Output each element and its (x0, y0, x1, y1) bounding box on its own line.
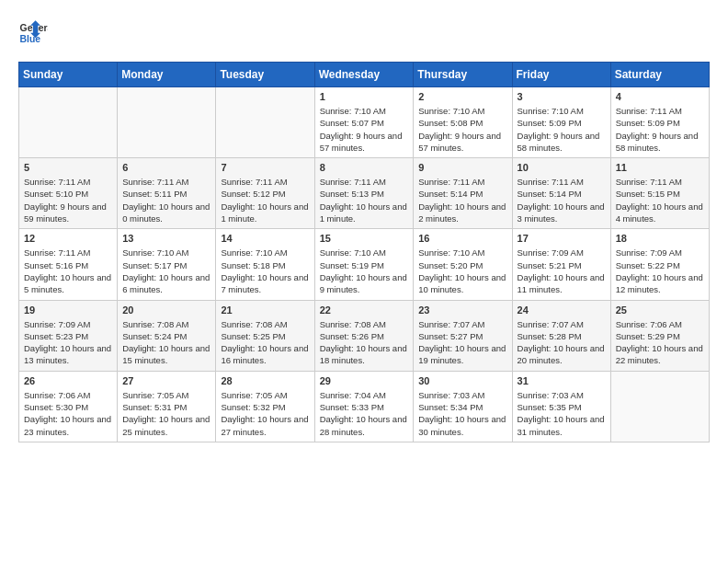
calendar-cell: 26Sunrise: 7:06 AM Sunset: 5:30 PM Dayli… (19, 371, 118, 442)
calendar-cell: 11Sunrise: 7:11 AM Sunset: 5:15 PM Dayli… (610, 158, 709, 229)
day-info: Sunrise: 7:10 AM Sunset: 5:18 PM Dayligh… (221, 247, 309, 295)
calendar-cell (610, 371, 709, 442)
day-info: Sunrise: 7:11 AM Sunset: 5:12 PM Dayligh… (221, 176, 309, 224)
weekday-header-saturday: Saturday (610, 63, 709, 87)
weekday-header-thursday: Thursday (414, 63, 512, 87)
day-info: Sunrise: 7:10 AM Sunset: 5:17 PM Dayligh… (122, 247, 210, 295)
day-number: 12 (24, 233, 112, 244)
day-info: Sunrise: 7:06 AM Sunset: 5:30 PM Dayligh… (24, 389, 112, 438)
page-header: General Blue (18, 18, 710, 48)
weekday-header-friday: Friday (512, 63, 610, 87)
calendar-cell: 13Sunrise: 7:10 AM Sunset: 5:17 PM Dayli… (118, 229, 216, 300)
day-info: Sunrise: 7:09 AM Sunset: 5:21 PM Dayligh… (518, 247, 606, 295)
calendar-cell: 25Sunrise: 7:06 AM Sunset: 5:29 PM Dayli… (610, 300, 709, 371)
day-info: Sunrise: 7:09 AM Sunset: 5:23 PM Dayligh… (24, 318, 112, 367)
calendar-cell: 12Sunrise: 7:11 AM Sunset: 5:16 PM Dayli… (19, 229, 118, 300)
calendar-cell: 21Sunrise: 7:08 AM Sunset: 5:25 PM Dayli… (216, 300, 314, 371)
day-info: Sunrise: 7:09 AM Sunset: 5:22 PM Dayligh… (616, 247, 704, 295)
day-number: 5 (24, 162, 112, 173)
calendar-cell: 15Sunrise: 7:10 AM Sunset: 5:19 PM Dayli… (314, 229, 414, 300)
calendar-cell: 31Sunrise: 7:03 AM Sunset: 5:35 PM Dayli… (512, 371, 610, 442)
day-number: 25 (616, 304, 704, 316)
calendar-cell: 10Sunrise: 7:11 AM Sunset: 5:14 PM Dayli… (512, 158, 610, 229)
day-info: Sunrise: 7:10 AM Sunset: 5:08 PM Dayligh… (418, 105, 506, 154)
day-number: 26 (24, 375, 112, 386)
day-number: 21 (221, 304, 309, 316)
day-number: 23 (418, 304, 506, 316)
calendar-cell: 20Sunrise: 7:08 AM Sunset: 5:24 PM Dayli… (118, 300, 216, 371)
day-number: 31 (518, 375, 606, 386)
weekday-header-wednesday: Wednesday (314, 63, 414, 87)
day-info: Sunrise: 7:05 AM Sunset: 5:32 PM Dayligh… (221, 389, 309, 438)
day-info: Sunrise: 7:08 AM Sunset: 5:26 PM Dayligh… (320, 318, 409, 367)
calendar-cell: 19Sunrise: 7:09 AM Sunset: 5:23 PM Dayli… (19, 300, 118, 371)
day-info: Sunrise: 7:11 AM Sunset: 5:11 PM Dayligh… (122, 176, 210, 224)
weekday-header-monday: Monday (118, 63, 216, 87)
day-number: 8 (320, 162, 409, 173)
calendar-cell: 29Sunrise: 7:04 AM Sunset: 5:33 PM Dayli… (314, 371, 414, 442)
day-number: 30 (418, 375, 506, 386)
day-info: Sunrise: 7:07 AM Sunset: 5:28 PM Dayligh… (518, 318, 606, 367)
calendar-cell: 7Sunrise: 7:11 AM Sunset: 5:12 PM Daylig… (216, 158, 314, 229)
calendar-cell: 2Sunrise: 7:10 AM Sunset: 5:08 PM Daylig… (414, 87, 512, 158)
day-info: Sunrise: 7:05 AM Sunset: 5:31 PM Dayligh… (122, 389, 210, 438)
calendar-cell: 1Sunrise: 7:10 AM Sunset: 5:07 PM Daylig… (314, 87, 414, 158)
calendar-cell: 6Sunrise: 7:11 AM Sunset: 5:11 PM Daylig… (118, 158, 216, 229)
calendar-cell: 24Sunrise: 7:07 AM Sunset: 5:28 PM Dayli… (512, 300, 610, 371)
calendar-cell: 23Sunrise: 7:07 AM Sunset: 5:27 PM Dayli… (414, 300, 512, 371)
calendar-cell: 27Sunrise: 7:05 AM Sunset: 5:31 PM Dayli… (118, 371, 216, 442)
day-info: Sunrise: 7:06 AM Sunset: 5:29 PM Dayligh… (616, 318, 704, 367)
day-number: 13 (122, 233, 210, 244)
weekday-header-sunday: Sunday (19, 63, 118, 87)
calendar-cell: 14Sunrise: 7:10 AM Sunset: 5:18 PM Dayli… (216, 229, 314, 300)
day-number: 17 (518, 233, 606, 244)
day-number: 27 (122, 375, 210, 386)
calendar-cell: 4Sunrise: 7:11 AM Sunset: 5:09 PM Daylig… (610, 87, 709, 158)
logo: General Blue (18, 18, 53, 48)
calendar-cell: 28Sunrise: 7:05 AM Sunset: 5:32 PM Dayli… (216, 371, 314, 442)
day-info: Sunrise: 7:08 AM Sunset: 5:24 PM Dayligh… (122, 318, 210, 367)
calendar-cell (118, 87, 216, 158)
calendar-table: SundayMondayTuesdayWednesdayThursdayFrid… (18, 62, 710, 442)
calendar-cell: 30Sunrise: 7:03 AM Sunset: 5:34 PM Dayli… (414, 371, 512, 442)
day-number: 19 (24, 304, 112, 316)
day-info: Sunrise: 7:10 AM Sunset: 5:19 PM Dayligh… (320, 247, 409, 295)
day-number: 1 (320, 91, 409, 102)
day-number: 22 (320, 304, 409, 316)
day-info: Sunrise: 7:11 AM Sunset: 5:10 PM Dayligh… (24, 176, 112, 224)
calendar-week-3: 19Sunrise: 7:09 AM Sunset: 5:23 PM Dayli… (19, 300, 710, 371)
calendar-cell: 3Sunrise: 7:10 AM Sunset: 5:09 PM Daylig… (512, 87, 610, 158)
day-number: 29 (320, 375, 409, 386)
calendar-week-1: 5Sunrise: 7:11 AM Sunset: 5:10 PM Daylig… (19, 158, 710, 229)
day-info: Sunrise: 7:11 AM Sunset: 5:15 PM Dayligh… (616, 176, 704, 224)
day-info: Sunrise: 7:04 AM Sunset: 5:33 PM Dayligh… (320, 389, 409, 438)
day-info: Sunrise: 7:07 AM Sunset: 5:27 PM Dayligh… (418, 318, 506, 367)
day-info: Sunrise: 7:08 AM Sunset: 5:25 PM Dayligh… (221, 318, 309, 367)
day-number: 2 (418, 91, 506, 102)
calendar-cell (216, 87, 314, 158)
calendar-cell: 8Sunrise: 7:11 AM Sunset: 5:13 PM Daylig… (314, 158, 414, 229)
calendar-cell: 5Sunrise: 7:11 AM Sunset: 5:10 PM Daylig… (19, 158, 118, 229)
calendar-cell (19, 87, 118, 158)
calendar-week-2: 12Sunrise: 7:11 AM Sunset: 5:16 PM Dayli… (19, 229, 710, 300)
day-info: Sunrise: 7:11 AM Sunset: 5:13 PM Dayligh… (320, 176, 409, 224)
day-number: 18 (616, 233, 704, 244)
day-number: 14 (221, 233, 309, 244)
calendar-cell: 22Sunrise: 7:08 AM Sunset: 5:26 PM Dayli… (314, 300, 414, 371)
calendar-cell: 16Sunrise: 7:10 AM Sunset: 5:20 PM Dayli… (414, 229, 512, 300)
calendar-cell: 18Sunrise: 7:09 AM Sunset: 5:22 PM Dayli… (610, 229, 709, 300)
logo-icon: General Blue (18, 18, 48, 48)
calendar-week-0: 1Sunrise: 7:10 AM Sunset: 5:07 PM Daylig… (19, 87, 710, 158)
day-number: 3 (518, 91, 606, 102)
day-number: 9 (418, 162, 506, 173)
calendar-cell: 9Sunrise: 7:11 AM Sunset: 5:14 PM Daylig… (414, 158, 512, 229)
day-number: 11 (616, 162, 704, 173)
day-number: 16 (418, 233, 506, 244)
day-info: Sunrise: 7:10 AM Sunset: 5:07 PM Dayligh… (320, 105, 409, 154)
day-number: 6 (122, 162, 210, 173)
weekday-header-tuesday: Tuesday (216, 63, 314, 87)
day-number: 28 (221, 375, 309, 386)
day-info: Sunrise: 7:11 AM Sunset: 5:09 PM Dayligh… (616, 105, 704, 154)
day-info: Sunrise: 7:11 AM Sunset: 5:14 PM Dayligh… (418, 176, 506, 224)
calendar-cell: 17Sunrise: 7:09 AM Sunset: 5:21 PM Dayli… (512, 229, 610, 300)
